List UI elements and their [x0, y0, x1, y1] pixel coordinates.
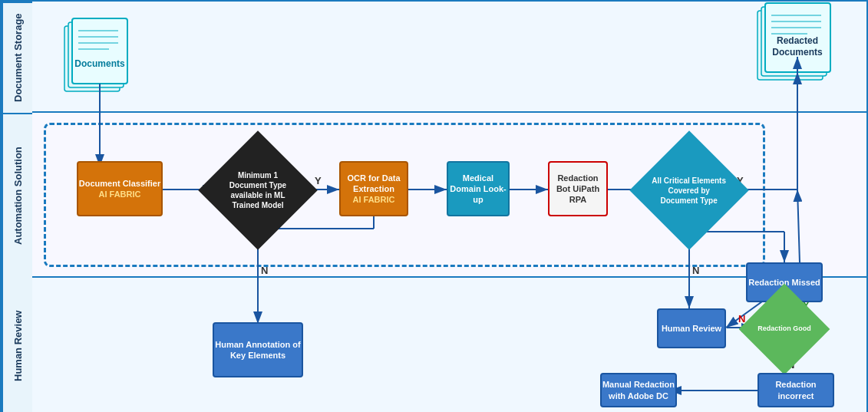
- redaction-incorrect-node: Redaction incorrect: [757, 373, 834, 407]
- bg-human-review: [32, 278, 866, 412]
- human-review-node: Human Review: [657, 308, 726, 348]
- redaction-bot-node: Redaction Bot UiPath RPA: [548, 161, 608, 216]
- label-human-review: Human Review: [2, 278, 32, 412]
- all-critical-node: All Critical Elements Covered by Documen…: [646, 147, 732, 233]
- medical-lookup-node: Medical Domain Look-up: [447, 161, 510, 216]
- document-classifier-node: Document ClassifierAI FABRIC: [77, 161, 163, 216]
- bg-doc-storage: [32, 2, 866, 113]
- ocr-node: OCR for DataExtractionAI FABRIC: [339, 161, 408, 216]
- label-automation: Automation Solution: [2, 113, 32, 278]
- human-annotation-node: Human Annotation of Key Elements: [213, 322, 303, 377]
- ml-decision-node: Minimum 1 Document Type available in ML …: [215, 147, 301, 233]
- diagram-container: Document Storage Automation Solution Hum…: [0, 0, 868, 412]
- manual-redaction-node: Manual Redaction with Adobe DC: [600, 373, 677, 407]
- label-doc-storage: Document Storage: [2, 2, 32, 113]
- redaction-good-node: Redaction Good: [752, 297, 817, 361]
